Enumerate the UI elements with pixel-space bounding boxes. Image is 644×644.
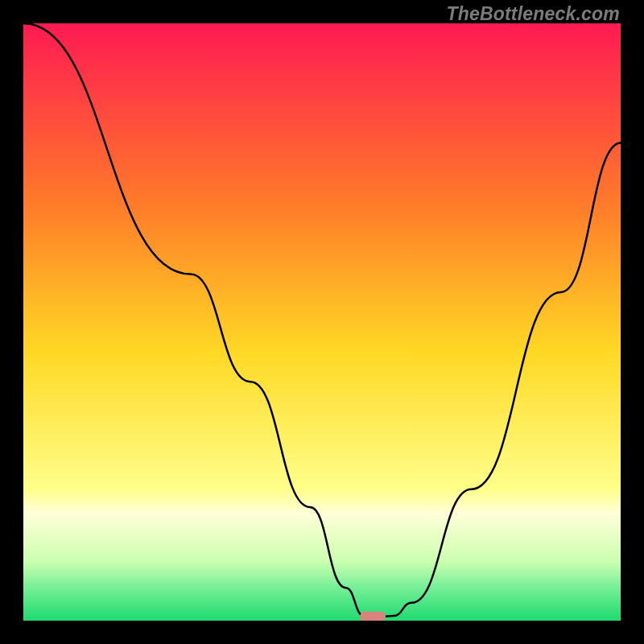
watermark-text: TheBottleneck.com <box>446 3 620 25</box>
chart-svg <box>23 23 621 621</box>
optimum-marker <box>360 612 386 621</box>
gradient-background <box>23 23 621 621</box>
plot-area <box>23 23 621 621</box>
chart-container: TheBottleneck.com <box>0 0 644 644</box>
